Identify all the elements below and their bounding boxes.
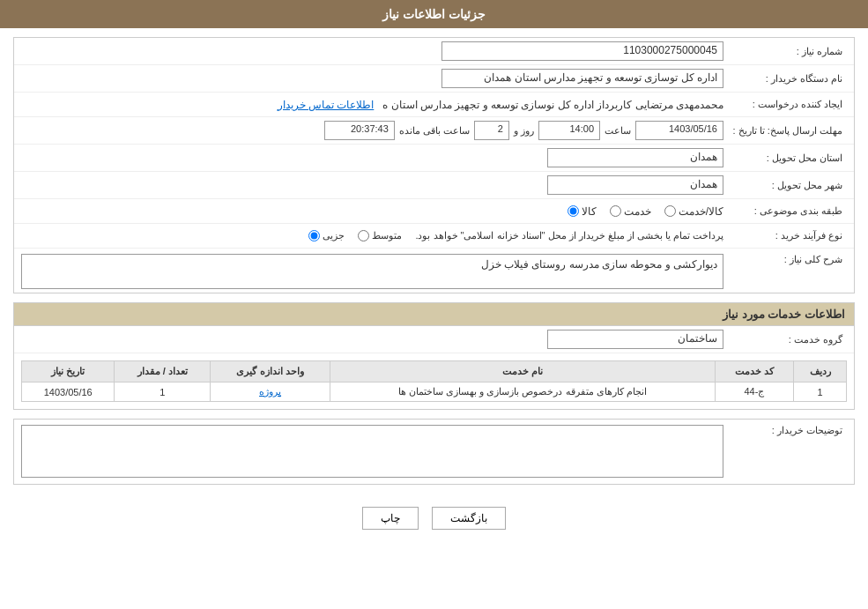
process-medium-label: متوسط [372, 230, 402, 241]
cell-unit[interactable]: پروژه [210, 382, 330, 402]
notes-value [21, 425, 723, 480]
back-button[interactable]: بازگشت [432, 507, 506, 530]
cell-count: 1 [115, 382, 210, 402]
category-goods-label: کالا [582, 205, 597, 218]
need-number-label: شماره نیاز : [723, 46, 847, 57]
notes-label: توضیحات خریدار : [723, 425, 847, 436]
notes-row: توضیحات خریدار : [13, 419, 855, 485]
service-group-value: ساختمان [21, 330, 723, 349]
main-content: شماره نیاز : 1103000275000045 نام دستگاه… [0, 28, 868, 552]
cell-code: ج-44 [715, 382, 793, 402]
buyer-name-box: اداره کل توسازی توسعه و تجهیز مدارس استا… [441, 69, 723, 88]
deadline-details: 1403/05/16 ساعت 14:00 روز و 2 ساعت باقی … [21, 121, 723, 140]
col-unit: واحد اندازه گیری [210, 361, 330, 382]
category-radio-goods-services[interactable]: کالا/خدمت [664, 205, 723, 218]
notes-textarea[interactable] [21, 425, 723, 478]
buyer-name-value: اداره کل توسازی توسعه و تجهیز مدارس استا… [21, 69, 723, 88]
description-text: دیوارکشی و محوطه سازی مدرسه روستای فیلاب… [481, 258, 717, 271]
cell-index: 1 [794, 382, 847, 402]
table-row: 1 ج-44 انجام کارهای متفرقه درخصوص بازساز… [22, 382, 847, 402]
basic-info-section: شماره نیاز : 1103000275000045 نام دستگاه… [13, 37, 855, 293]
city-row: شهر محل تحویل : همدان [14, 172, 854, 199]
cell-name: انجام کارهای متفرقه درخصوص بازسازی و بهس… [330, 382, 716, 402]
deadline-remain-box: 20:37:43 [324, 121, 395, 140]
city-box: همدان [547, 175, 723, 195]
category-value: کالا/خدمت خدمت کالا [21, 205, 723, 218]
page-wrapper: جزئیات اطلاعات نیاز شماره نیاز : 1103000… [0, 0, 868, 609]
description-box: دیوارکشی و محوطه سازی مدرسه روستای فیلاب… [21, 254, 723, 289]
process-row-details: پرداخت تمام یا بخشی از مبلغ خریدار از مح… [21, 230, 723, 241]
process-type-row: نوع فرآیند خرید : پرداخت تمام یا بخشی از… [14, 224, 854, 249]
col-code: کد خدمت [715, 361, 793, 382]
city-label: شهر محل تحویل : [723, 180, 847, 191]
services-table: ردیف کد خدمت نام خدمت واحد اندازه گیری ت… [21, 360, 847, 402]
deadline-time-label: ساعت [605, 125, 631, 137]
buyer-name-label: نام دستگاه خریدار : [723, 73, 847, 85]
category-goods-services-label: کالا/خدمت [679, 205, 723, 218]
process-type-label: نوع فرآیند خرید : [723, 230, 847, 241]
col-count: تعداد / مقدار [115, 361, 210, 382]
province-box: همدان [547, 148, 723, 167]
category-goods-radio[interactable] [568, 205, 579, 217]
deadline-label: مهلت ارسال پاسخ: تا تاریخ : [723, 125, 847, 137]
deadline-row: مهلت ارسال پاسخ: تا تاریخ : 1403/05/16 س… [14, 117, 854, 145]
services-header: اطلاعات خدمات مورد نیاز [14, 303, 854, 326]
creator-value: محمدمهدی مرتضایی کاربرداز اداره کل نوساز… [21, 99, 723, 111]
category-service-radio[interactable] [610, 205, 621, 217]
description-label: شرح کلی نیاز : [723, 254, 847, 265]
process-description: پرداخت تمام یا بخشی از مبلغ خریدار از مح… [415, 230, 723, 241]
category-radio-goods[interactable]: کالا [568, 205, 597, 218]
need-number-box: 1103000275000045 [441, 41, 723, 61]
services-table-wrapper: ردیف کد خدمت نام خدمت واحد اندازه گیری ت… [14, 353, 854, 409]
city-value: همدان [21, 175, 723, 195]
col-index: ردیف [794, 361, 847, 382]
process-small-label: جزیی [323, 230, 345, 241]
col-name: نام خدمت [330, 361, 716, 382]
process-medium-radio[interactable] [358, 230, 369, 241]
cell-date: 1403/05/16 [22, 382, 115, 402]
deadline-date-box: 1403/05/16 [635, 121, 723, 140]
table-header-row: ردیف کد خدمت نام خدمت واحد اندازه گیری ت… [22, 361, 847, 382]
deadline-time-box: 14:00 [538, 121, 600, 140]
province-value: همدان [21, 148, 723, 167]
creator-text: محمدمهدی مرتضایی کاربرداز اداره کل نوساز… [382, 99, 723, 111]
creator-row: ایجاد کننده درخواست : محمدمهدی مرتضایی ک… [14, 93, 854, 117]
deadline-days-box: 2 [474, 121, 509, 140]
process-small-radio[interactable] [308, 230, 320, 241]
process-medium-item[interactable]: متوسط [358, 230, 402, 241]
category-label: طبقه بندی موضوعی : [723, 205, 847, 217]
deadline-days-label: روز و [514, 125, 534, 137]
button-row: بازگشت چاپ [13, 494, 855, 543]
category-radio-group: کالا/خدمت خدمت کالا [21, 205, 723, 218]
process-small-item[interactable]: جزیی [308, 230, 345, 241]
service-group-label: گروه خدمت : [723, 334, 847, 345]
service-group-row: گروه خدمت : ساختمان [14, 326, 854, 353]
col-date: تاریخ نیاز [22, 361, 115, 382]
province-label: استان محل تحویل : [723, 152, 847, 164]
category-radio-service[interactable]: خدمت [610, 205, 651, 218]
service-group-box: ساختمان [547, 330, 723, 349]
deadline-value: 1403/05/16 ساعت 14:00 روز و 2 ساعت باقی … [21, 121, 723, 140]
category-goods-services-radio[interactable] [664, 205, 676, 217]
process-type-value: پرداخت تمام یا بخشی از مبلغ خریدار از مح… [21, 230, 723, 241]
deadline-remain-label: ساعت باقی مانده [399, 125, 470, 137]
buyer-name-row: نام دستگاه خریدار : اداره کل توسازی توسع… [14, 65, 854, 93]
contact-info-link[interactable]: اطلاعات تماس خریدار [278, 99, 375, 111]
category-row: طبقه بندی موضوعی : کالا/خدمت خدمت کالا [14, 199, 854, 224]
creator-label: ایجاد کننده درخواست : [723, 99, 847, 110]
services-section: اطلاعات خدمات مورد نیاز گروه خدمت : ساخت… [13, 302, 855, 410]
description-value: دیوارکشی و محوطه سازی مدرسه روستای فیلاب… [21, 254, 723, 289]
print-button[interactable]: چاپ [362, 507, 419, 530]
page-title: جزئیات اطلاعات نیاز [0, 0, 868, 28]
province-row: استان محل تحویل : همدان [14, 145, 854, 172]
description-row: شرح کلی نیاز : دیوارکشی و محوطه سازی مدر… [14, 249, 854, 293]
need-number-row: شماره نیاز : 1103000275000045 [14, 38, 854, 65]
need-number-value: 1103000275000045 [21, 41, 723, 61]
category-service-label: خدمت [624, 205, 651, 218]
